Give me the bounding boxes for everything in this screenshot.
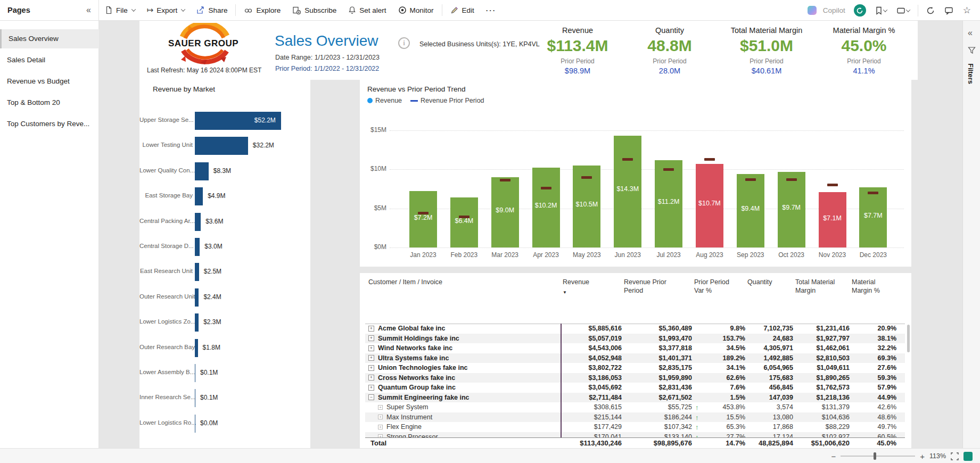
- legend-dash-icon: [410, 100, 418, 102]
- table-row[interactable]: +Flex Engine$177,429$107,34265.3%↑17,868…: [365, 422, 905, 432]
- refresh-button[interactable]: [923, 0, 938, 21]
- sidebar-item-sales-overview[interactable]: Sales Overview: [0, 29, 99, 48]
- favorite-star-icon[interactable]: ☆: [959, 0, 975, 21]
- monitor-button[interactable]: Monitor: [392, 0, 440, 20]
- y-axis-label: $5M: [360, 204, 386, 212]
- x-axis-label: Aug 2023: [690, 251, 729, 259]
- expand-row-icon[interactable]: +: [378, 405, 383, 410]
- table-cell: 4,305,971: [745, 344, 793, 352]
- bookmarks-button[interactable]: [871, 0, 891, 21]
- table-cell: $215,144: [561, 414, 622, 421]
- comments-button[interactable]: [941, 0, 957, 21]
- collapse-row-icon[interactable]: −: [368, 394, 374, 400]
- table-row[interactable]: +Ultra Systems fake inc$4,052,948$1,401,…: [365, 353, 905, 363]
- info-icon[interactable]: i: [398, 37, 410, 49]
- expand-row-icon[interactable]: +: [368, 365, 374, 371]
- table-row[interactable]: +Acme Global fake inc$5,885,616$5,360,48…: [365, 324, 905, 334]
- table-cell: $1,890,265: [793, 374, 850, 382]
- zoom-slider[interactable]: [841, 456, 915, 457]
- table-row[interactable]: +Quantum Group fake inc$3,045,692$2,831,…: [365, 383, 905, 393]
- table-header-cell[interactable]: Prior PeriodVar %: [694, 278, 743, 295]
- sidebar-item-top-customers-by-reve[interactable]: Top Customers by Reve...: [0, 114, 99, 134]
- table-row[interactable]: +Union Technologies fake inc$3,802,722$2…: [365, 363, 905, 373]
- bar[interactable]: [195, 389, 195, 407]
- table-row[interactable]: +Super System$308,615$55,725453.8%↑3,574…: [365, 402, 905, 412]
- app-badge-icon[interactable]: [854, 4, 866, 16]
- zoom-slider-thumb[interactable]: [874, 452, 876, 460]
- table-header-cell[interactable]: Total MaterialMargin: [795, 278, 847, 295]
- bar[interactable]: [195, 213, 201, 231]
- edit-button[interactable]: Edit: [444, 0, 480, 20]
- export-menu-button[interactable]: ↦ Export: [141, 0, 191, 20]
- fit-to-page-icon[interactable]: [951, 452, 959, 460]
- legend-item-revenue[interactable]: Revenue: [367, 97, 402, 104]
- bar[interactable]: [195, 137, 248, 155]
- bar[interactable]: [195, 415, 195, 433]
- expand-row-icon[interactable]: +: [378, 425, 383, 429]
- zoom-in-button[interactable]: +: [920, 452, 925, 461]
- bar[interactable]: [195, 238, 200, 256]
- table-cell: $2,831,436: [622, 384, 692, 391]
- refresh-arc-icon: [856, 7, 863, 14]
- row-label: Acme Global fake inc: [378, 325, 445, 332]
- x-axis-label: Nov 2023: [813, 251, 852, 259]
- bar-category-label: Outer Research Unit: [139, 293, 193, 300]
- expand-row-icon[interactable]: +: [368, 335, 374, 341]
- bar[interactable]: [195, 313, 199, 332]
- sidebar-item-revenue-vs-budget[interactable]: Revenue vs Budget: [0, 72, 99, 91]
- expand-row-icon[interactable]: +: [368, 355, 374, 361]
- table-row[interactable]: +Wind Networks fake inc$4,543,006$3,377,…: [365, 343, 905, 353]
- bar[interactable]: [195, 339, 198, 357]
- expand-filters-icon[interactable]: «: [968, 28, 973, 38]
- table-row[interactable]: +Summit Holdings fake inc$5,057,019$1,99…: [365, 334, 905, 344]
- bar-value-label: $0.1M: [200, 394, 218, 401]
- filter-funnel-icon[interactable]: [968, 46, 976, 54]
- total-cell: 48,825,894: [745, 439, 793, 447]
- bar-category-label: Lower Quality Con...: [139, 167, 193, 173]
- legend-item-prior[interactable]: Revenue Prior Period: [410, 97, 484, 104]
- table-row[interactable]: +Cross Networks fake inc$3,186,053$1,959…: [365, 373, 905, 383]
- table-scrollbar-thumb[interactable]: [907, 325, 910, 352]
- table-header-cell[interactable]: Quantity: [747, 278, 791, 286]
- filters-label: Filters: [967, 63, 975, 84]
- file-menu-button[interactable]: File: [99, 0, 141, 20]
- table-header-cell[interactable]: Revenue PriorPeriod: [624, 278, 690, 295]
- table-header-cell[interactable]: Revenue▼: [563, 278, 620, 297]
- sidebar-item-sales-detail[interactable]: Sales Detail: [0, 51, 99, 70]
- bar[interactable]: [195, 288, 199, 307]
- bar[interactable]: [195, 263, 199, 281]
- expand-row-icon[interactable]: +: [368, 385, 374, 391]
- set-alert-button[interactable]: Set alert: [342, 0, 392, 20]
- view-button[interactable]: [893, 0, 913, 21]
- zoom-out-button[interactable]: −: [831, 452, 836, 461]
- table-header-cell[interactable]: Customer / Item / Invoice: [368, 278, 559, 286]
- app-corner-icon[interactable]: [963, 452, 973, 461]
- table-header-cell[interactable]: MaterialMargin %: [852, 278, 894, 295]
- sidebar-item-top-bottom-20[interactable]: Top & Bottom 20: [0, 93, 99, 112]
- expand-row-icon[interactable]: +: [368, 375, 374, 381]
- table-column-separator: [561, 324, 562, 448]
- table-row[interactable]: −Summit Engineering fake inc$2,711,484$2…: [365, 393, 905, 403]
- expand-row-icon[interactable]: +: [368, 345, 374, 351]
- table-cell: $3,377,818: [622, 344, 692, 352]
- legend-label: Revenue Prior Period: [421, 97, 484, 104]
- chevron-down-icon: [883, 7, 887, 12]
- kpi-prior-value: 28.0M: [619, 67, 720, 75]
- table-row[interactable]: +Max Instrument$215,144$186,24415.5%↑13,…: [365, 412, 905, 423]
- explore-button[interactable]: Explore: [238, 0, 286, 20]
- more-options-button[interactable]: ···: [480, 0, 503, 20]
- table-cell: $5,885,616: [561, 325, 622, 332]
- y-axis-label: $0M: [360, 243, 386, 251]
- subscribe-button[interactable]: Subscribe: [286, 0, 342, 20]
- x-axis-label: Oct 2023: [772, 251, 811, 259]
- copilot-button[interactable]: Copilot: [805, 0, 852, 21]
- table-cell: 34.5%: [692, 344, 745, 352]
- bar[interactable]: [195, 162, 209, 180]
- share-button[interactable]: Share: [191, 0, 233, 20]
- collapse-pages-icon[interactable]: «: [86, 5, 91, 15]
- kpi-value: 45.0%: [813, 37, 915, 55]
- expand-row-icon[interactable]: +: [368, 326, 374, 332]
- expand-row-icon[interactable]: +: [378, 415, 383, 419]
- bar[interactable]: [195, 187, 203, 205]
- bar[interactable]: [195, 364, 195, 382]
